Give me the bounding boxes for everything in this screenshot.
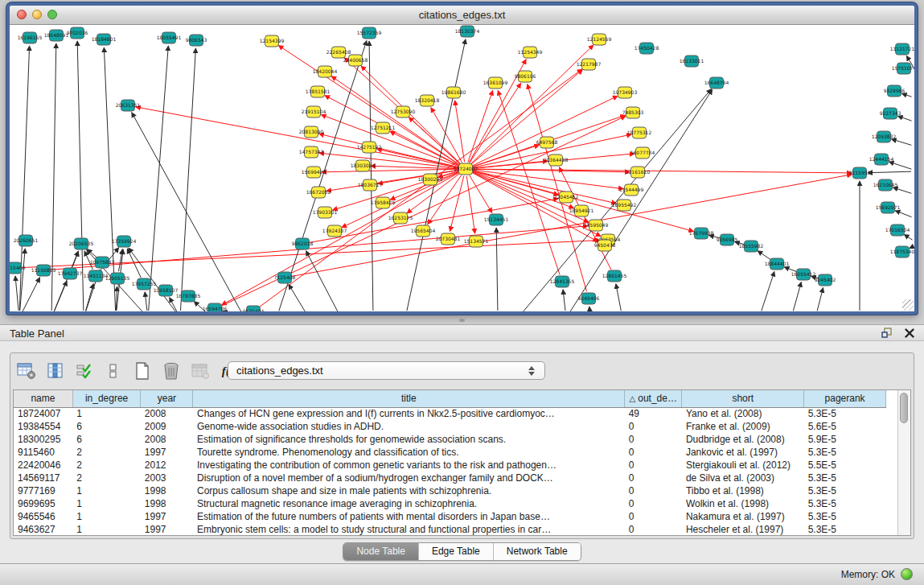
- table-cell[interactable]: 5.3E-5: [804, 497, 886, 510]
- network-node[interactable]: 9806106: [515, 71, 536, 82]
- delete-table-button[interactable]: [161, 360, 182, 381]
- table-cell[interactable]: 9699695: [14, 497, 72, 510]
- table-cell[interactable]: 5.5E-5: [804, 459, 886, 472]
- network-node[interactable]: 11875340: [890, 246, 914, 257]
- table-row[interactable]: 946554611997Estimation of the future num…: [14, 510, 886, 523]
- table-cell[interactable]: Hescheler et al. (1997): [682, 523, 804, 536]
- column-header-title[interactable]: title: [193, 390, 625, 407]
- network-node[interactable]: 22045462: [554, 192, 579, 203]
- table-cell[interactable]: 9463627: [14, 523, 72, 536]
- tab-edge-table[interactable]: Edge Table: [419, 543, 494, 560]
- table-cell[interactable]: 6: [72, 420, 141, 433]
- table-selector-combobox[interactable]: citations_edges.txt: [228, 361, 545, 380]
- table-cell[interactable]: 1997: [141, 510, 193, 523]
- horizontal-splitter-handle[interactable]: [459, 319, 465, 322]
- network-node[interactable]: 17016504: [885, 225, 910, 236]
- table-cell[interactable]: Disruption of a novel member of a sodium…: [193, 472, 625, 484]
- table-cell[interactable]: 0: [625, 459, 682, 472]
- table-row[interactable]: 2242004622012Investigating the contribut…: [14, 459, 886, 472]
- network-node[interactable]: 9227343: [880, 108, 901, 119]
- network-node[interactable]: 9862018: [292, 238, 314, 249]
- table-row[interactable]: 1830029562008Estimation of significance …: [14, 433, 886, 446]
- network-node[interactable]: 17851581: [306, 86, 331, 97]
- table-cell[interactable]: 18300295: [14, 433, 72, 446]
- network-node[interactable]: 9450478: [594, 240, 616, 251]
- table-row[interactable]: 1938455462009Genome-wide association stu…: [14, 420, 886, 433]
- network-node[interactable]: 12093832: [872, 131, 897, 142]
- table-cell[interactable]: 5.3E-5: [804, 510, 886, 523]
- table-cell[interactable]: 5.3E-5: [804, 472, 886, 484]
- network-node[interactable]: 18055491: [157, 32, 182, 43]
- table-cell[interactable]: 2: [72, 446, 141, 459]
- network-node[interactable]: 15572359: [357, 27, 382, 39]
- table-cell[interactable]: 1997: [141, 446, 193, 459]
- table-cell[interactable]: Tourette syndrome. Phenomenology and cla…: [193, 446, 625, 459]
- network-node[interactable]: 18648091: [44, 30, 69, 41]
- table-cell[interactable]: 1: [72, 510, 141, 523]
- table-cell[interactable]: 5.3E-5: [804, 446, 886, 459]
- network-node[interactable]: 12217987: [577, 59, 602, 70]
- table-cell[interactable]: 1: [72, 497, 141, 510]
- network-node[interactable]: 16787885: [176, 290, 201, 302]
- table-cell[interactable]: 0: [625, 433, 682, 446]
- column-header-pagerank[interactable]: pagerank: [804, 390, 886, 407]
- tab-network-table[interactable]: Network Table: [494, 543, 581, 560]
- network-node[interactable]: 18130374: [455, 26, 480, 37]
- memory-status-indicator[interactable]: [901, 568, 913, 580]
- network-node[interactable]: 17958475: [371, 197, 396, 208]
- table-cell[interactable]: Stergiakouli et al. (2012): [682, 459, 804, 472]
- table-cell[interactable]: 0: [625, 484, 682, 497]
- table-cell[interactable]: Estimation of significance thresholds fo…: [193, 433, 625, 446]
- network-node[interactable]: 17450428: [634, 43, 659, 54]
- network-node[interactable]: 21915104: [302, 106, 326, 117]
- network-node[interactable]: 18555982: [739, 241, 764, 252]
- table-cell[interactable]: 5.9E-5: [804, 433, 886, 446]
- table-row[interactable]: 969969511998Structural magnetic resonanc…: [14, 497, 886, 510]
- table-cell[interactable]: 2003: [141, 472, 193, 484]
- table-cell[interactable]: Genome-wide association studies in ADHD.: [193, 420, 625, 433]
- network-node[interactable]: 18184801: [92, 34, 117, 45]
- table-cell[interactable]: 5.3E-5: [804, 484, 886, 497]
- table-cell[interactable]: 5.3E-5: [804, 407, 886, 420]
- network-node[interactable]: 19565404: [411, 225, 436, 237]
- table-cell[interactable]: 2012: [141, 459, 193, 472]
- network-node[interactable]: 17903301: [313, 207, 338, 218]
- network-node[interactable]: 20260651: [14, 235, 39, 246]
- network-node[interactable]: 9245402: [815, 274, 836, 286]
- close-panel-icon[interactable]: [903, 327, 916, 340]
- scrollbar-thumb[interactable]: [900, 393, 908, 423]
- network-node[interactable]: 18775312: [627, 127, 652, 138]
- network-node[interactable]: 9356985: [717, 234, 738, 245]
- table-cell[interactable]: 5.3E-5: [804, 523, 886, 536]
- column-header-out_de[interactable]: △out_de…: [625, 390, 682, 407]
- network-node[interactable]: 8215953: [849, 167, 871, 179]
- network-canvas[interactable]: 1872400719861680183204181275309012751211…: [10, 25, 914, 311]
- table-cell[interactable]: 1: [72, 523, 141, 536]
- tab-node-table[interactable]: Node Table: [343, 543, 419, 560]
- network-node[interactable]: 17924337: [322, 225, 347, 237]
- table-cell[interactable]: 1998: [141, 497, 193, 510]
- network-node[interactable]: 9702036: [67, 27, 88, 39]
- network-node[interactable]: 16196165: [18, 32, 43, 43]
- table-cell[interactable]: Franke et al. (2009): [682, 420, 804, 433]
- show-column-button[interactable]: [45, 360, 66, 381]
- column-header-in_degree[interactable]: in_degree: [72, 390, 141, 407]
- table-cell[interactable]: 9115460: [14, 446, 72, 459]
- table-cell[interactable]: 0: [625, 510, 682, 523]
- table-cell[interactable]: 9777169: [14, 484, 72, 497]
- network-node[interactable]: 11121721: [890, 43, 914, 55]
- network-node[interactable]: 9245406: [578, 293, 600, 304]
- network-node[interactable]: 16955492: [612, 200, 637, 211]
- table-cell[interactable]: 0: [625, 523, 682, 536]
- table-cell[interactable]: Investigating the contribution of common…: [193, 459, 625, 472]
- table-cell[interactable]: 1: [72, 407, 141, 420]
- table-cell[interactable]: 22420046: [14, 459, 72, 472]
- table-cell[interactable]: Structural magnetic resonance image aver…: [193, 497, 625, 510]
- table-cell[interactable]: 0: [625, 446, 682, 459]
- table-cell[interactable]: 0: [625, 472, 682, 484]
- network-node[interactable]: 15692971: [876, 202, 901, 213]
- network-node[interactable]: 17359924: [112, 236, 137, 247]
- table-cell[interactable]: 9465546: [14, 510, 72, 523]
- network-node[interactable]: 16055412: [791, 269, 816, 280]
- table-row[interactable]: 946362711997Embryonic stem cells: a mode…: [14, 523, 886, 536]
